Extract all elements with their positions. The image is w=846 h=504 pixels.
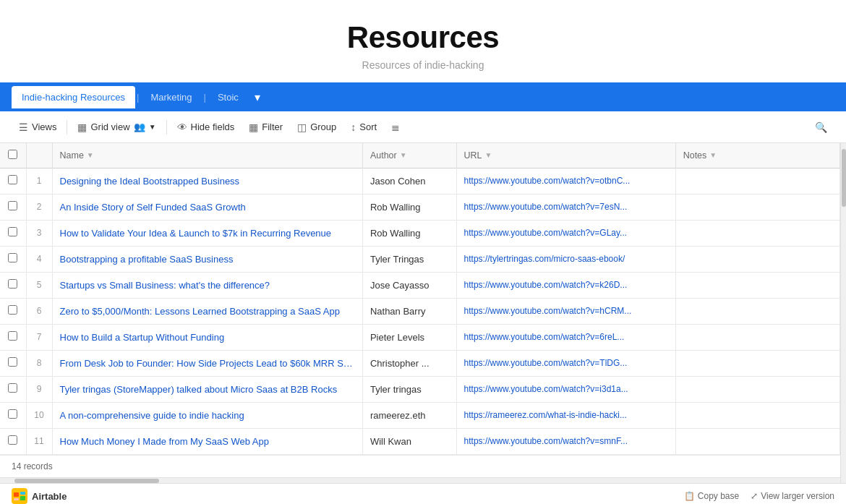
row-url-5[interactable]: https://www.youtube.com/watch?v=hCRM...	[456, 298, 675, 324]
people-icon: 👥	[134, 121, 145, 132]
tab-divider-2: |	[202, 92, 208, 103]
row-checkbox-cell-2[interactable]	[0, 220, 26, 246]
author-col-header[interactable]: Author ▼	[362, 143, 456, 168]
tab-marketing[interactable]: Marketing	[140, 86, 202, 108]
grid-view-button[interactable]: ▦ Grid view 👥 ▼	[70, 117, 163, 137]
row-url-10[interactable]: https://www.youtube.com/watch?v=smnF...	[456, 428, 675, 454]
row-checkbox-1[interactable]	[8, 201, 17, 210]
row-checkbox-cell-1[interactable]	[0, 194, 26, 220]
row-author-2: Rob Walling	[362, 220, 456, 246]
search-button[interactable]: 🔍	[808, 117, 834, 137]
table-row: 1 Designing the Ideal Bootstrapped Busin…	[0, 168, 840, 194]
row-checkbox-4[interactable]	[8, 279, 17, 289]
row-notes-4	[675, 272, 839, 298]
row-url-8[interactable]: https://www.youtube.com/watch?v=i3d1a...	[456, 376, 675, 402]
row-checkbox-cell-8[interactable]	[0, 376, 26, 402]
row-url-0[interactable]: https://www.youtube.com/watch?v=otbnC...	[456, 168, 675, 194]
name-col-header[interactable]: Name ▼	[52, 143, 362, 168]
row-checkbox-8[interactable]	[8, 383, 17, 393]
row-name-2[interactable]: How to Validate Your Idea & Launch to $7…	[52, 220, 362, 246]
airtable-logo-icon	[12, 488, 27, 504]
row-name-3[interactable]: Bootstrapping a profitable SaaS Business	[52, 246, 362, 272]
row-checkbox-6[interactable]	[8, 331, 17, 341]
page-wrapper: Resources Resources of indie-hacking Ind…	[0, 0, 846, 504]
grid-icon: ▦	[77, 121, 87, 133]
row-checkbox-cell-5[interactable]	[0, 298, 26, 324]
row-name-8[interactable]: Tyler tringas (StoreMapper) talked about…	[52, 376, 362, 402]
row-checkbox-5[interactable]	[8, 305, 17, 315]
row-checkbox-10[interactable]	[8, 435, 17, 445]
row-url-2[interactable]: https://www.youtube.com/watch?v=GLay...	[456, 220, 675, 246]
row-checkbox-cell-7[interactable]	[0, 350, 26, 376]
copy-base-label: Copy base	[698, 491, 739, 501]
row-name-6[interactable]: How to Build a Startup Without Funding	[52, 324, 362, 350]
row-checkbox-9[interactable]	[8, 409, 17, 419]
horizontal-scrollbar-thumb[interactable]	[14, 479, 159, 483]
row-num-0: 1	[26, 168, 52, 194]
select-all-checkbox[interactable]	[8, 150, 17, 159]
row-name-7[interactable]: From Desk Job to Founder: How Side Proje…	[52, 350, 362, 376]
row-checkbox-7[interactable]	[8, 357, 17, 367]
row-checkbox-cell-9[interactable]	[0, 402, 26, 428]
row-url-1[interactable]: https://www.youtube.com/watch?v=7esN...	[456, 194, 675, 220]
hide-fields-button[interactable]: 👁 Hide fields	[170, 117, 242, 137]
url-sort-icon: ▼	[485, 151, 492, 159]
views-icon: ☰	[19, 121, 28, 133]
view-larger-label: View larger version	[761, 491, 834, 501]
row-checkbox-2[interactable]	[8, 227, 17, 236]
row-name-5[interactable]: Zero to $5,000/Month: Lessons Learned Bo…	[52, 298, 362, 324]
row-checkbox-cell-4[interactable]	[0, 272, 26, 298]
row-author-4: Jose Cayasso	[362, 272, 456, 298]
num-header	[26, 143, 52, 168]
vertical-scrollbar[interactable]	[840, 143, 846, 483]
tab-indie-hacking[interactable]: Indie-hacking Resources	[12, 86, 135, 108]
row-checkbox-0[interactable]	[8, 175, 17, 184]
notes-col-header[interactable]: Notes ▼	[675, 143, 839, 168]
row-url-3[interactable]: https://tylertringas.com/micro-saas-eboo…	[456, 246, 675, 272]
name-sort-icon: ▼	[87, 151, 94, 159]
horizontal-scrollbar[interactable]	[0, 477, 840, 483]
row-author-7: Christopher ...	[362, 350, 456, 376]
page-title: Resources	[14, 20, 832, 55]
row-checkbox-cell-0[interactable]	[0, 168, 26, 194]
row-url-9[interactable]: https://rameerez.com/what-is-indie-hacki…	[456, 402, 675, 428]
checkbox-header[interactable]	[0, 143, 26, 168]
group-button[interactable]: ◫ Group	[290, 117, 343, 137]
table-row: 9 Tyler tringas (StoreMapper) talked abo…	[0, 376, 840, 402]
page-subtitle: Resources of indie-hacking	[14, 59, 832, 71]
filter-button[interactable]: ▦ Filter	[242, 117, 290, 137]
page-footer: Airtable 📋 Copy base ⤢ View larger versi…	[0, 483, 846, 505]
views-label: Views	[32, 121, 56, 132]
row-num-8: 9	[26, 376, 52, 402]
name-col-label: Name	[60, 150, 84, 161]
row-checkbox-cell-6[interactable]	[0, 324, 26, 350]
url-col-header[interactable]: URL ▼	[456, 143, 675, 168]
row-height-button[interactable]: ≣	[384, 117, 407, 137]
row-url-7[interactable]: https://www.youtube.com/watch?v=TlDG...	[456, 350, 675, 376]
row-name-10[interactable]: How Much Money I Made from My SaaS Web A…	[52, 428, 362, 454]
row-url-4[interactable]: https://www.youtube.com/watch?v=k26D...	[456, 272, 675, 298]
vertical-scrollbar-thumb[interactable]	[842, 149, 846, 207]
row-url-6[interactable]: https://www.youtube.com/watch?v=6reL...	[456, 324, 675, 350]
row-num-9: 10	[26, 402, 52, 428]
tab-more-button[interactable]: ▾	[249, 86, 266, 108]
row-notes-1	[675, 194, 839, 220]
row-name-0[interactable]: Designing the Ideal Bootstrapped Busines…	[52, 168, 362, 194]
view-larger-link[interactable]: ⤢ View larger version	[751, 491, 834, 501]
tab-stoic[interactable]: Stoic	[208, 86, 249, 108]
views-button[interactable]: ☰ Views	[12, 117, 64, 137]
toolbar-divider-1	[67, 120, 67, 134]
filter-icon: ▦	[249, 121, 258, 133]
row-checkbox-cell-3[interactable]	[0, 246, 26, 272]
airtable-logo-text: Airtable	[32, 491, 67, 502]
svg-rect-2	[20, 492, 25, 495]
row-author-1: Rob Walling	[362, 194, 456, 220]
row-name-9[interactable]: A non-comprehensive guide to indie hacki…	[52, 402, 362, 428]
sort-button[interactable]: ↕ Sort	[343, 117, 384, 137]
row-checkbox-cell-10[interactable]	[0, 428, 26, 454]
row-name-1[interactable]: An Inside Story of Self Funded SaaS Grow…	[52, 194, 362, 220]
copy-base-link[interactable]: 📋 Copy base	[684, 491, 739, 501]
row-name-4[interactable]: Startups vs Small Business: what's the d…	[52, 272, 362, 298]
row-notes-9	[675, 402, 839, 428]
row-checkbox-3[interactable]	[8, 253, 17, 262]
